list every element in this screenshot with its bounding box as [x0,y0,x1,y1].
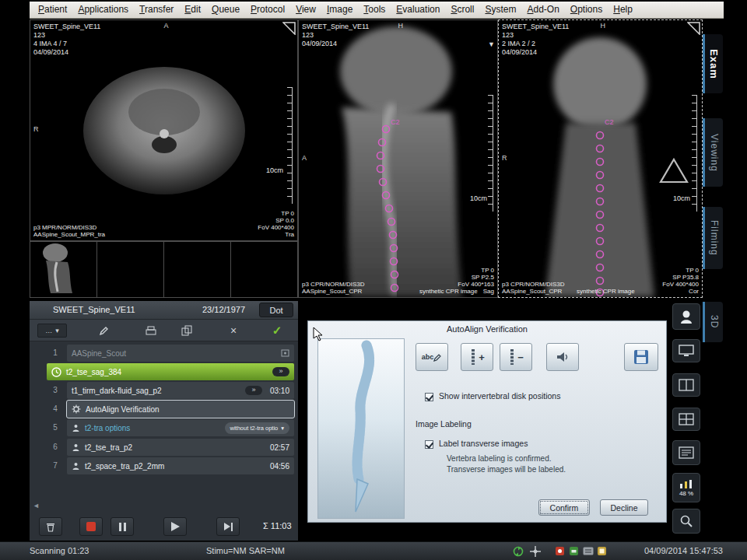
insert-step-dropdown[interactable]: … ▾ [37,324,67,338]
delete-queue-button[interactable] [39,517,62,536]
scale-ruler [488,95,493,212]
dot-engine-button[interactable]: Dot [259,303,293,317]
collapse-panel-arrow[interactable]: ◄ [33,502,40,509]
technique-block: p3 CPR/NORM/DIS3D AASpine_Scout_CPR [502,281,564,295]
series-number: 123 [302,31,369,40]
menu-item-patient[interactable]: Patient [33,2,72,17]
zoom-tool-button[interactable] [672,509,700,534]
coil-status-icon[interactable] [554,545,566,557]
menu-item-evaluation[interactable]: Evaluation [391,2,445,17]
copy-step-button[interactable] [177,324,196,338]
spine-glyph-icon [508,348,516,366]
protocol-step-t1-tirm[interactable]: 3 t1_tirm_dark-fluid_sag_p2 » 03:10 [44,382,296,399]
layout-grid-button[interactable] [672,408,700,431]
edit-protocol-button[interactable] [95,324,114,338]
archive-status-icon[interactable] [596,545,608,557]
protocol-step-t2-space[interactable]: 7 t2_space_tra_p2_2mm 04:56 [44,457,296,474]
step-label: AutoAlign Verification [86,405,160,414]
print-protocol-button[interactable] [142,324,160,338]
decline-button[interactable]: Decline [600,499,648,516]
menu-item-help[interactable]: Help [608,2,638,17]
protocol-step-autoalign[interactable]: 4 AutoAlign Verification [44,401,296,418]
edit-labels-button[interactable]: abc [416,343,448,371]
audio-feedback-button[interactable] [546,343,579,371]
sync-status-icon[interactable] [512,545,524,557]
menu-item-system[interactable]: System [479,2,521,17]
spine-illustration[interactable] [317,338,405,519]
menu-item-transfer[interactable]: Transfer [134,2,179,17]
gauge-icon [679,479,693,488]
menu-item-view[interactable]: View [290,2,321,17]
save-button[interactable] [624,343,658,371]
t2tra-options-dropdown[interactable]: without t2-tra optio ▾ [225,422,289,434]
step-label: t2_tse_tra_p2 [85,443,132,452]
technique-block: p3 MPR/NORM/DIS3D AASpine_Scout_MPR_tra [33,224,105,238]
tab-exam[interactable]: Exam [703,34,723,93]
layout-split-button[interactable] [672,373,700,397]
stop-scan-button[interactable] [79,517,103,536]
viewport-coronal[interactable]: SWEET_Spine_VE11 123 2 IMA 2 / 2 04/09/2… [498,19,703,298]
tab-3d[interactable]: 3D [703,302,723,342]
protocol-step-t2tra-options[interactable]: 5 t2-tra options without t2-tra optio ▾ [44,419,296,436]
copy-icon [181,325,192,336]
menu-item-options[interactable]: Options [565,2,608,17]
status-bar: Scanning 01:23 Stimu=NM SAR=NM 04/09/201… [0,541,747,560]
apply-button[interactable]: ✓ [268,324,286,338]
application-window: Patient Applications Transfer Edit Queue… [0,0,747,560]
plus-icon: + [479,352,485,363]
thumbnail-1[interactable] [30,242,97,297]
plane-label: Tra [258,231,294,238]
menu-item-applications[interactable]: Applications [72,2,134,17]
technique-line: p3 MPR/NORM/DIS3D [33,224,105,231]
add-vertebra-button[interactable]: + [461,343,493,371]
protocol-step-t2-tse-tra[interactable]: 6 t2_tse_tra_p2 02:57 [44,439,296,456]
layout-2x2-icon [679,413,694,425]
corner-handle-icon[interactable] [687,22,700,35]
step-number: 1 [48,348,62,357]
tab-filming[interactable]: Filming [703,207,723,269]
delete-step-button[interactable]: × [224,324,243,338]
network-status-icon[interactable] [568,545,580,557]
step-duration: 03:10 [270,387,289,395]
menu-item-image[interactable]: Image [321,2,358,17]
table-capacity-meter[interactable]: 48 % [672,473,700,502]
series-number: 123 [33,31,100,40]
show-disks-checkbox[interactable] [425,393,433,401]
label-transverse-checkbox[interactable] [425,440,433,449]
image-text-button[interactable] [672,440,700,465]
viewport-axial[interactable]: SWEET_Spine_VE11 123 4 IMA 4 / 7 04/09/2… [30,19,298,241]
pencil-icon [99,325,110,336]
vertebra-label-c2: C2 [391,118,400,127]
viewport-sagittal[interactable]: SWEET_Spine_VE11 123 04/09/2014 H A ▼ C2… [298,19,498,298]
image-number: 2 IMA 2 / 2 [502,40,569,48]
protocol-step-running[interactable]: t2_tse_sag_384 » [44,363,296,380]
protocol-step-scout[interactable]: 1 AASpine_Scout [44,345,296,362]
thumbnail-3[interactable] [164,242,231,297]
start-scan-button[interactable] [163,517,187,536]
menu-item-addon[interactable]: Add-On [521,2,564,17]
skip-step-button[interactable] [216,517,240,536]
menu-item-tools[interactable]: Tools [358,2,391,17]
pause-scan-button[interactable] [110,517,134,536]
thumbnail-2[interactable] [97,242,164,297]
keyboard-status-icon[interactable] [582,545,594,557]
layout-monitor-button[interactable] [672,339,700,362]
patient-browser-button[interactable] [672,303,700,330]
menu-item-scroll[interactable]: Scroll [445,2,479,17]
step-label: AASpine_Scout [72,349,126,358]
technique-block: p3 CPR/NORM/DIS3D AASpine_Scout_CPR [302,281,364,295]
menu-item-queue[interactable]: Queue [206,2,245,17]
scroll-down-icon[interactable]: ▼ [488,40,495,49]
tab-viewing[interactable]: Viewing [703,118,723,187]
remove-vertebra-button[interactable]: − [500,343,532,371]
list-icon [679,446,694,459]
menu-item-edit[interactable]: Edit [179,2,206,17]
crosshair-icon[interactable] [529,545,541,557]
geometry-block: TP 0 SP 0.0 FoV 400*400 Tra [258,210,294,238]
thumbnail-4[interactable] [231,242,297,297]
menu-item-protocol[interactable]: Protocol [245,2,290,17]
confirm-button[interactable]: Confirm [538,499,590,516]
orientation-label-anterior: A [302,154,307,162]
corner-handle-icon[interactable] [282,22,296,35]
series-info-block: SWEET_Spine_VE11 123 04/09/2014 [302,23,369,48]
